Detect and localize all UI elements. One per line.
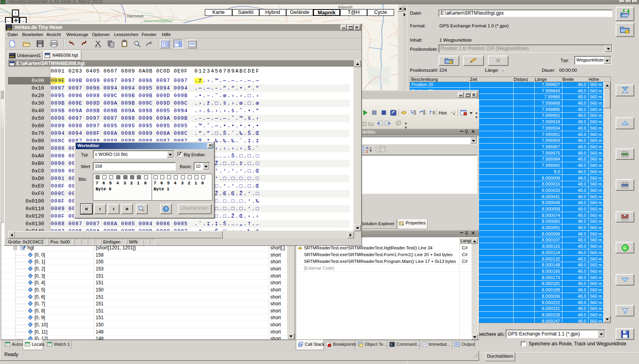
svg-text:?: ? xyxy=(165,207,167,211)
svg-text:Darmstadt: Darmstadt xyxy=(127,14,144,18)
svg-text:Z: Z xyxy=(366,149,368,153)
svg-text:Bayreuth: Bayreuth xyxy=(338,5,352,9)
svg-text:G: G xyxy=(623,245,627,250)
svg-text:Naturschutzgebiet: Naturschutzgebiet xyxy=(144,19,173,23)
